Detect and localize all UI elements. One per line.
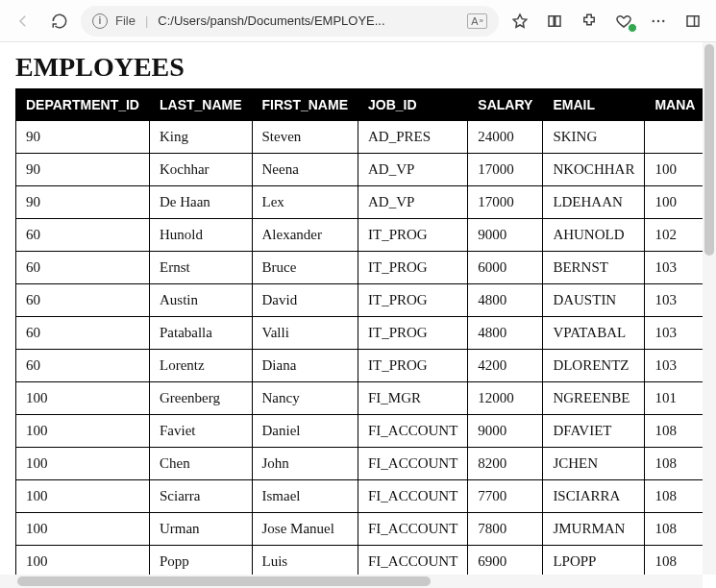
cell-manager-id: 103 [645,350,703,382]
svg-point-4 [662,19,664,21]
address-path: C:/Users/pansh/Documents/EMPLOYE... [158,13,384,28]
horizontal-scrollbar-thumb[interactable] [17,576,431,586]
vertical-scrollbar[interactable] [703,42,716,575]
wellbeing-button[interactable] [608,6,639,37]
cell-manager-id [645,121,703,154]
cell-salary: 6000 [468,252,543,284]
col-job-id: JOB_ID [358,89,467,121]
cell-job-id: FI_ACCOUNT [358,513,467,546]
table-row: 90KochharNeenaAD_VP17000NKOCHHAR100 [16,154,704,186]
cell-email: JMURMAN [543,513,645,546]
cell-job-id: AD_VP [358,154,467,186]
cell-first-name: Jose Manuel [252,513,358,546]
info-icon: i [92,13,108,29]
cell-last-name: Chen [149,448,252,480]
cell-job-id: IT_PROG [358,350,467,382]
horizontal-scrollbar[interactable] [0,575,703,588]
cell-last-name: De Haan [149,186,252,219]
table-row: 90De HaanLexAD_VP17000LDEHAAN100 [16,186,704,219]
col-email: EMAIL [543,89,645,121]
cell-salary: 4200 [468,350,543,382]
refresh-button[interactable] [44,6,75,37]
cell-manager-id: 108 [645,513,703,546]
cell-first-name: Steven [252,121,358,154]
cell-first-name: Ismael [252,480,358,513]
cell-department-id: 90 [16,186,150,219]
vertical-scrollbar-thumb[interactable] [704,44,714,256]
cell-salary: 17000 [468,186,543,219]
table-row: 100UrmanJose ManuelFI_ACCOUNT7800JMURMAN… [16,513,704,546]
toolbar-right [505,6,708,37]
page-viewport: EMPLOYEES DEPARTMENT_ID LAST_NAME FIRST_… [0,42,716,588]
table-body: 90KingStevenAD_PRES24000SKING90KochharNe… [16,121,704,576]
cell-email: ISCIARRA [543,480,645,513]
cell-manager-id: 103 [645,252,703,284]
cell-email: NGREENBE [543,382,645,415]
cell-manager-id: 108 [645,546,703,576]
cell-first-name: Lex [252,186,358,219]
more-button[interactable] [643,6,674,37]
extensions-button[interactable] [574,6,605,37]
cell-email: NKOCHHAR [543,154,645,186]
sidebar-toggle-button[interactable] [678,6,708,37]
table-row: 100SciarraIsmaelFI_ACCOUNT7700ISCIARRA10… [16,480,704,513]
cell-first-name: Luis [252,546,358,576]
cell-salary: 6900 [468,546,543,576]
cell-last-name: Urman [149,513,252,546]
cell-department-id: 100 [16,546,150,576]
cell-email: LPOPP [543,546,645,576]
cell-manager-id: 108 [645,480,703,513]
cell-job-id: FI_ACCOUNT [358,546,467,576]
back-button[interactable] [8,6,38,37]
cell-first-name: John [252,448,358,480]
cell-job-id: FI_ACCOUNT [358,415,467,448]
cell-job-id: IT_PROG [358,252,467,284]
cell-job-id: AD_VP [358,186,467,219]
cell-first-name: Diana [252,350,358,382]
cell-department-id: 90 [16,121,150,154]
cell-last-name: Pataballa [149,317,252,350]
col-manager-id: MANA [645,89,703,121]
cell-first-name: Nancy [252,382,358,415]
cell-last-name: Faviet [149,415,252,448]
table-row: 60LorentzDianaIT_PROG4200DLORENTZ103 [16,350,704,382]
cell-salary: 24000 [468,121,543,154]
cell-first-name: Neena [252,154,358,186]
cell-last-name: Lorentz [149,350,252,382]
cell-email: SKING [543,121,645,154]
cell-last-name: Ernst [149,252,252,284]
table-row: 60ErnstBruceIT_PROG6000BERNST103 [16,252,704,284]
col-last-name: LAST_NAME [149,89,252,121]
cell-manager-id: 108 [645,415,703,448]
page-title: EMPLOYEES [15,52,703,83]
cell-job-id: FI_ACCOUNT [358,480,467,513]
cell-salary: 7800 [468,513,543,546]
cell-manager-id: 102 [645,219,703,252]
cell-last-name: Kochhar [149,154,252,186]
table-header: DEPARTMENT_ID LAST_NAME FIRST_NAME JOB_I… [16,89,704,121]
table-row: 100FavietDanielFI_ACCOUNT9000DFAVIET108 [16,415,704,448]
cell-manager-id: 103 [645,284,703,317]
table-row: 60AustinDavidIT_PROG4800DAUSTIN103 [16,284,704,317]
address-separator: | [145,13,148,28]
cell-last-name: Austin [149,284,252,317]
cell-job-id: AD_PRES [358,121,467,154]
table-row: 60HunoldAlexanderIT_PROG9000AHUNOLD102 [16,219,704,252]
cell-email: DFAVIET [543,415,645,448]
reader-mode-icon[interactable]: A» [467,13,487,29]
cell-department-id: 100 [16,448,150,480]
cell-department-id: 100 [16,382,150,415]
table-row: 90KingStevenAD_PRES24000SKING [16,121,704,154]
cell-last-name: Greenberg [149,382,252,415]
address-bar[interactable]: i File | C:/Users/pansh/Documents/EMPLOY… [81,6,499,37]
cell-salary: 17000 [468,154,543,186]
employees-table: DEPARTMENT_ID LAST_NAME FIRST_NAME JOB_I… [15,88,703,575]
favorite-button[interactable] [505,6,535,37]
col-salary: SALARY [468,89,543,121]
cell-salary: 4800 [468,317,543,350]
table-row: 100PoppLuisFI_ACCOUNT6900LPOPP108 [16,546,704,576]
cell-email: VPATABAL [543,317,645,350]
table-row: 60PataballaValliIT_PROG4800VPATABAL103 [16,317,704,350]
collections-button[interactable] [539,6,570,37]
cell-department-id: 100 [16,415,150,448]
